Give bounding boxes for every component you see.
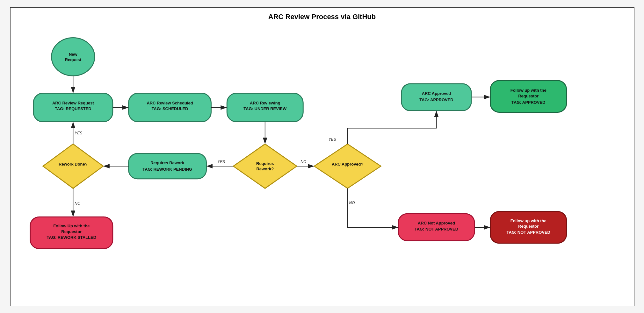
label-no-rework: NO [300,159,306,164]
svg-text:Requestor: Requestor [518,94,539,98]
svg-text:Follow up with the: Follow up with the [510,218,546,223]
label-yes-done: YES [75,131,82,135]
svg-text:TAG: NOT APPROVED: TAG: NOT APPROVED [506,230,550,235]
svg-text:Requires: Requires [256,161,274,166]
svg-text:Rework Done?: Rework Done? [59,162,88,167]
label-yes-approved: YES [328,137,336,142]
svg-text:Follow up with the: Follow up with the [510,88,546,93]
new-request-label: New [69,52,78,56]
svg-text:TAG: REQUESTED: TAG: REQUESTED [54,106,91,111]
svg-text:Follow Up with the: Follow Up with the [53,224,90,228]
diagram-container: ARC Review Process via GitHub New Reques… [10,7,634,306]
svg-text:Requestor: Requestor [518,224,539,229]
svg-text:ARC Approved?: ARC Approved? [331,162,363,167]
svg-text:TAG: SCHEDULED: TAG: SCHEDULED [151,106,188,111]
arrow-approved-no [347,188,397,227]
label-no-approved: NO [349,201,355,205]
svg-text:Requestor: Requestor [61,229,82,234]
label-yes-rework: YES [217,159,225,164]
svg-text:ARC Reviewing: ARC Reviewing [250,101,280,105]
label-no-done: NO [75,201,80,206]
new-request-label2: Request [65,57,81,62]
svg-text:ARC Review Request: ARC Review Request [52,101,94,105]
new-request-node [51,38,94,75]
arrow-approved-yes [347,111,436,144]
svg-text:Rework?: Rework? [256,167,274,171]
svg-text:ARC Not Approved: ARC Not Approved [418,220,455,225]
svg-text:TAG: UNDER REVIEW: TAG: UNDER REVIEW [243,106,287,111]
svg-text:TAG: REWORK PENDING: TAG: REWORK PENDING [142,167,192,172]
svg-text:TAG: APPROVED: TAG: APPROVED [419,97,453,102]
svg-text:TAG: REWORK STALLED: TAG: REWORK STALLED [47,235,96,240]
svg-text:TAG: NOT APPROVED: TAG: NOT APPROVED [414,227,458,231]
svg-text:ARC Review Scheduled: ARC Review Scheduled [147,101,193,105]
requires-rework-node [128,153,206,179]
svg-text:Requires Rework: Requires Rework [150,160,184,165]
svg-text:TAG: APPROVED: TAG: APPROVED [511,100,545,105]
requires-rework-diamond [233,144,297,188]
svg-text:ARC Approved: ARC Approved [422,91,451,96]
